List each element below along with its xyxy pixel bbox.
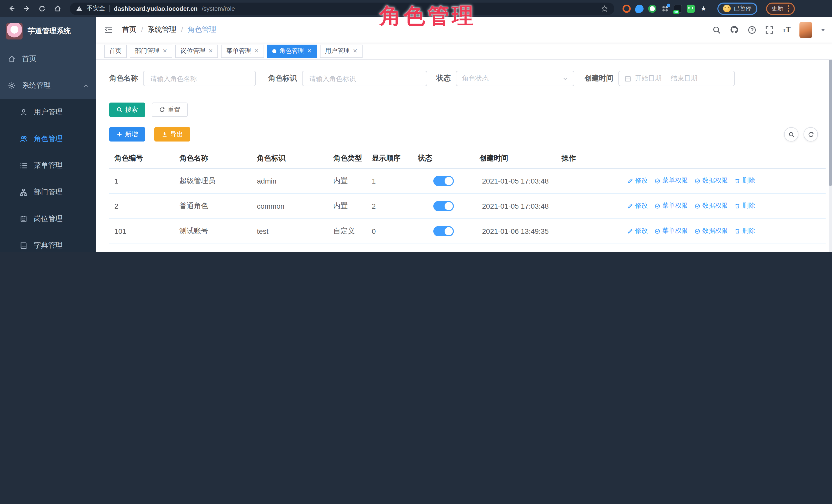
menu-permission-link[interactable]: 菜单权限 — [654, 202, 688, 210]
role-name-label: 角色名称 — [109, 74, 138, 83]
delete-link[interactable]: 删除 — [734, 227, 755, 235]
org-tree-icon — [20, 188, 28, 196]
ext-grid-icon[interactable] — [661, 4, 669, 12]
browser-home-icon[interactable] — [51, 2, 63, 15]
tab-label: 用户管理 — [325, 47, 350, 55]
menu-permission-link[interactable]: 菜单权限 — [654, 227, 688, 235]
fullscreen-icon[interactable] — [765, 25, 774, 34]
browser-reload-icon[interactable] — [36, 2, 48, 15]
security-label[interactable]: 不安全 — [87, 4, 105, 13]
browser-menu-kebab-icon[interactable] — [787, 5, 789, 12]
close-icon[interactable]: ✕ — [162, 48, 167, 54]
tab-users[interactable]: 用户管理✕ — [320, 44, 363, 58]
chevron-up-icon — [83, 83, 89, 88]
browser-back-icon[interactable] — [5, 2, 18, 15]
roles-table: 角色编号 角色名称 角色标识 角色类型 显示顺序 状态 创建时间 操作 1 — [109, 149, 826, 244]
col-role-key: 角色标识 — [252, 149, 328, 168]
edit-link[interactable]: 修改 — [627, 176, 648, 185]
start-date-placeholder[interactable]: 开始日期 — [635, 74, 661, 83]
data-permission-link[interactable]: 数据权限 — [694, 227, 728, 235]
close-icon[interactable]: ✕ — [353, 48, 357, 54]
sidebar-item-users[interactable]: 用户管理 — [0, 99, 96, 126]
ext-green-circle-icon[interactable] — [648, 4, 656, 12]
tags-view: 首页 部门管理✕ 岗位管理✕ 菜单管理✕ 角色管理✕ 用户管理✕ — [96, 43, 832, 60]
ext-tabs-icon[interactable]: on — [674, 4, 682, 12]
search-icon[interactable] — [712, 25, 721, 34]
edit-link[interactable]: 修改 — [627, 227, 648, 235]
sidebar-item-dicts[interactable]: 字典管理 — [0, 232, 96, 252]
sidebar-toggle-icon[interactable] — [104, 25, 113, 34]
breadcrumb-system[interactable]: 系统管理 — [148, 25, 176, 34]
user-avatar[interactable] — [800, 22, 812, 38]
sidebar-logo-row[interactable]: 芋道管理系统 — [0, 17, 96, 46]
menu-permission-link[interactable]: 菜单权限 — [654, 176, 688, 185]
address-bar[interactable]: 不安全 dashboard.yudao.iocoder.cn /system/r… — [70, 2, 614, 15]
close-icon[interactable]: ✕ — [307, 48, 312, 54]
data-permission-link[interactable]: 数据权限 — [694, 176, 728, 185]
ext-robot-icon[interactable] — [686, 4, 695, 12]
close-icon[interactable]: ✕ — [208, 48, 213, 54]
status-toggle[interactable] — [433, 176, 454, 186]
breadcrumb-home[interactable]: 首页 — [122, 25, 136, 34]
browser-update-button[interactable]: 更新 — [766, 2, 795, 15]
extension-paused-pill[interactable]: 已暂停 — [718, 2, 757, 15]
role-key-input-box — [302, 71, 427, 86]
role-key-input[interactable] — [308, 74, 421, 83]
data-permission-link[interactable]: 数据权限 — [694, 202, 728, 210]
reset-button[interactable]: 重置 — [152, 103, 188, 117]
gear-icon — [8, 81, 16, 90]
security-warning-icon[interactable] — [76, 5, 83, 12]
tab-posts[interactable]: 岗位管理✕ — [175, 44, 218, 58]
role-key-label: 角色标识 — [268, 74, 297, 83]
sidebar-item-departments[interactable]: 部门管理 — [0, 179, 96, 206]
bookmark-star-icon[interactable] — [601, 5, 608, 12]
add-button[interactable]: 新增 — [109, 127, 145, 141]
download-icon — [161, 131, 168, 137]
sidebar-item-menus[interactable]: 菜单管理 — [0, 152, 96, 179]
cell-role-key: test — [252, 218, 328, 243]
close-icon[interactable]: ✕ — [254, 48, 259, 54]
delete-link[interactable]: 删除 — [734, 176, 755, 185]
sidebar-item-system[interactable]: 系统管理 — [0, 72, 96, 99]
ext-star-icon[interactable]: ★ — [699, 4, 708, 12]
cell-role-key: common — [252, 193, 328, 218]
sidebar-item-home[interactable]: 首页 — [0, 46, 96, 72]
date-range-picker[interactable]: 开始日期 - 结束日期 — [618, 71, 735, 86]
tab-roles[interactable]: 角色管理✕ — [267, 44, 317, 58]
plus-icon — [116, 131, 123, 137]
edit-link[interactable]: 修改 — [627, 202, 648, 210]
status-toggle[interactable] — [433, 226, 454, 236]
export-button-label: 导出 — [170, 130, 183, 139]
sidebar-item-posts[interactable]: 岗位管理 — [0, 206, 96, 232]
browser-forward-icon[interactable] — [21, 2, 33, 15]
sidebar-item-label: 部门管理 — [34, 188, 89, 197]
sidebar-item-label: 字典管理 — [34, 241, 89, 250]
search-actions-row: 搜索 重置 — [109, 103, 826, 117]
app-window: 芋道管理系统 首页 系统管理 用户管理 — [0, 17, 832, 252]
toggle-search-button[interactable] — [784, 127, 799, 141]
github-icon[interactable] — [730, 25, 739, 34]
ext-target-icon[interactable] — [623, 4, 631, 12]
font-size-icon[interactable]: TT — [782, 26, 791, 34]
tab-departments[interactable]: 部门管理✕ — [130, 44, 172, 58]
tab-label: 菜单管理 — [226, 47, 251, 55]
tab-menus[interactable]: 菜单管理✕ — [221, 44, 264, 58]
status-select[interactable]: 角色状态 — [456, 71, 574, 86]
end-date-placeholder[interactable]: 结束日期 — [671, 74, 697, 83]
help-icon[interactable] — [748, 25, 756, 34]
sidebar-item-roles[interactable]: 角色管理 — [0, 126, 96, 152]
refresh-table-button[interactable] — [804, 127, 818, 141]
export-button[interactable]: 导出 — [154, 127, 190, 141]
delete-link[interactable]: 删除 — [734, 202, 755, 210]
tab-home[interactable]: 首页 — [104, 44, 127, 58]
ext-drop-icon[interactable] — [635, 4, 644, 12]
cell-role-id: 2 — [109, 193, 174, 218]
status-toggle[interactable] — [433, 201, 454, 211]
search-button[interactable]: 搜索 — [109, 103, 145, 117]
range-separator: - — [665, 75, 667, 82]
role-name-input[interactable] — [149, 74, 250, 83]
dictionary-icon — [20, 241, 28, 250]
avatar-caret-icon[interactable] — [821, 28, 825, 31]
sidebar-item-label: 菜单管理 — [34, 161, 89, 170]
breadcrumb: 首页 / 系统管理 / 角色管理 — [122, 25, 216, 34]
